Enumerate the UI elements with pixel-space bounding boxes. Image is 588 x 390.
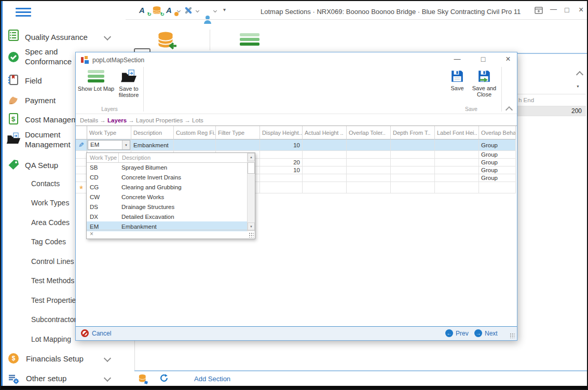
user-menu-icon[interactable] (203, 16, 212, 24)
dropdown-option[interactable]: CW Concrete Works (87, 192, 247, 202)
overlap-tolerance-cell[interactable] (347, 140, 391, 150)
save-button[interactable]: Save (445, 68, 469, 112)
cancel-button[interactable]: Cancel (92, 330, 111, 337)
sidebar-item-lot-mapping[interactable]: Lot Mapping (31, 335, 71, 343)
dropdown-option[interactable]: SB Sprayed Bitumen (87, 162, 247, 172)
chevron-down-icon[interactable] (104, 33, 111, 40)
sidebar-item-payment[interactable]: Payment (25, 96, 56, 105)
audit-settings-icon[interactable]: A (166, 6, 177, 16)
clear-selection-button[interactable]: × (90, 230, 93, 238)
overlap-tolerance-cell[interactable] (347, 151, 391, 158)
table-row[interactable]: ✎ EM ▼ Embankment 10 Group (76, 140, 516, 151)
label-font-height-cell[interactable] (435, 166, 479, 174)
breadcrumb-layers-active[interactable]: Layers (107, 117, 127, 123)
overlap-tolerance-cell[interactable] (347, 166, 391, 174)
display-height-cell[interactable] (260, 174, 303, 182)
sidebar-item-financials-setup[interactable]: Financials Setup (26, 354, 84, 363)
overlap-behaviour-cell[interactable] (479, 182, 516, 193)
sidebar-item-qa-setup[interactable]: QA Setup (25, 161, 58, 170)
actual-height-cell[interactable] (303, 151, 347, 158)
sidebar-item-quality-assurance[interactable]: Quality Assurance (25, 33, 88, 41)
column-header-work-type[interactable]: Work Type (87, 126, 131, 140)
resize-grip[interactable] (510, 333, 515, 338)
overlap-behaviour-cell[interactable]: Group (479, 174, 516, 182)
toolbar-overflow-icon[interactable]: ▾ (223, 7, 226, 12)
ribbon-collapse-icon[interactable] (505, 106, 513, 114)
work-type-value[interactable]: EM (88, 141, 122, 149)
breadcrumb-layout-properties[interactable]: Layout Properties (136, 117, 183, 123)
sidebar-item-test-properties[interactable]: Test Properties (31, 296, 79, 304)
database-import-button[interactable] (157, 31, 177, 50)
column-header-filter-type[interactable]: Filter Type (216, 126, 260, 140)
depth-from-top-cell[interactable] (391, 151, 435, 158)
label-font-height-cell[interactable] (435, 174, 479, 182)
chevron-down-icon[interactable] (104, 374, 111, 382)
scrollbar-thumb[interactable] (248, 162, 255, 174)
close-button[interactable]: × (579, 5, 583, 15)
display-height-cell[interactable]: 10 (260, 140, 303, 150)
dropdown-option[interactable]: CD Concrete Invert Drains (87, 172, 247, 182)
display-height-cell[interactable]: 20 (260, 159, 303, 166)
refresh-button[interactable] (159, 373, 169, 383)
scroll-up-button[interactable]: ▲ (248, 153, 255, 161)
overlap-behaviour-cell[interactable]: Group (479, 159, 516, 166)
label-font-height-cell[interactable] (435, 140, 479, 150)
column-header-custom-reg[interactable]: Custom Reg Fi.. (174, 126, 216, 140)
dock-panel-icon[interactable] (535, 7, 543, 14)
column-header-actual-height[interactable]: Actual Height .. (303, 126, 347, 140)
column-header-depth-from-top[interactable]: Depth From T.. (391, 126, 435, 140)
combobox-dropdown-icon[interactable]: ▼ (576, 85, 580, 88)
depth-from-top-cell[interactable] (391, 174, 435, 182)
column-header-description[interactable]: Description (131, 126, 174, 140)
maximize-button[interactable]: □ (565, 6, 569, 14)
sidebar-item-test-methods[interactable]: Test Methods (31, 276, 74, 285)
breadcrumb-details[interactable]: Details (80, 117, 98, 123)
sidebar-item-subcontractors[interactable]: Subcontractors (31, 315, 80, 324)
depth-from-top-cell[interactable] (391, 140, 435, 150)
overlap-tolerance-cell[interactable] (347, 182, 391, 193)
label-font-height-cell[interactable] (435, 151, 479, 158)
actual-height-cell[interactable] (303, 182, 347, 193)
sidebar-item-tag-codes[interactable]: Tag Codes (31, 238, 66, 246)
dropdown-option[interactable]: CG Clearing and Grubbing (87, 182, 247, 192)
custom-reg-cell[interactable] (174, 140, 216, 150)
display-height-cell[interactable]: 10 (260, 166, 303, 174)
next-button[interactable]: Next (485, 330, 498, 337)
column-header-display-height[interactable]: Display Height.. (260, 126, 303, 140)
minimize-button[interactable]: — (550, 5, 557, 13)
add-section-button[interactable]: Add Section (194, 375, 230, 383)
dropdown-button[interactable]: ▼ (122, 141, 130, 149)
chevron-down-icon[interactable] (213, 9, 217, 12)
edit-data-icon[interactable] (138, 374, 149, 384)
chevron-down-icon[interactable] (104, 355, 111, 362)
audit-refresh-icon[interactable]: A ↻ (139, 6, 151, 16)
filter-type-cell[interactable] (216, 140, 260, 150)
overlap-tolerance-cell[interactable] (347, 159, 391, 166)
tools-menu-icon[interactable] (184, 6, 193, 15)
show-lot-map-button[interactable]: Show Lot Map (77, 68, 115, 112)
resize-grip[interactable] (249, 232, 254, 238)
column-header-overlap-tolerance[interactable]: Overlap Toler.. (347, 126, 391, 140)
actual-height-cell[interactable] (303, 166, 347, 174)
actual-height-cell[interactable] (303, 174, 347, 182)
overlap-tolerance-cell[interactable] (347, 174, 391, 182)
depth-from-top-cell[interactable] (391, 166, 435, 174)
overlap-behaviour-cell[interactable]: Group (479, 140, 516, 150)
dropdown-option[interactable]: DS Drainage Structures (87, 202, 247, 212)
work-type-editor[interactable]: EM ▼ (88, 140, 130, 150)
prev-button[interactable]: Prev (456, 330, 469, 337)
breadcrumb-lots[interactable]: Lots (192, 117, 203, 123)
sidebar-item-field[interactable]: Field (25, 76, 42, 85)
section-row-ch-end-value[interactable]: 200 (517, 106, 586, 116)
description-cell[interactable]: Embankment (131, 140, 174, 150)
dialog-minimize-button[interactable]: — (450, 54, 464, 64)
actual-height-cell[interactable] (303, 140, 347, 150)
column-header-overlap-behaviour[interactable]: Overlap Behavi.. (479, 126, 516, 140)
depth-from-top-cell[interactable] (391, 182, 435, 193)
column-header-label-font-height[interactable]: Label Font Hei.. (435, 126, 479, 140)
dialog-maximize-button[interactable]: □ (476, 54, 490, 64)
layers-view-button[interactable] (240, 33, 259, 46)
overlap-behaviour-cell[interactable]: Group (479, 151, 516, 158)
save-and-close-button[interactable]: Save and Close (469, 68, 499, 112)
ch-end-column-header[interactable]: h End (518, 97, 534, 103)
